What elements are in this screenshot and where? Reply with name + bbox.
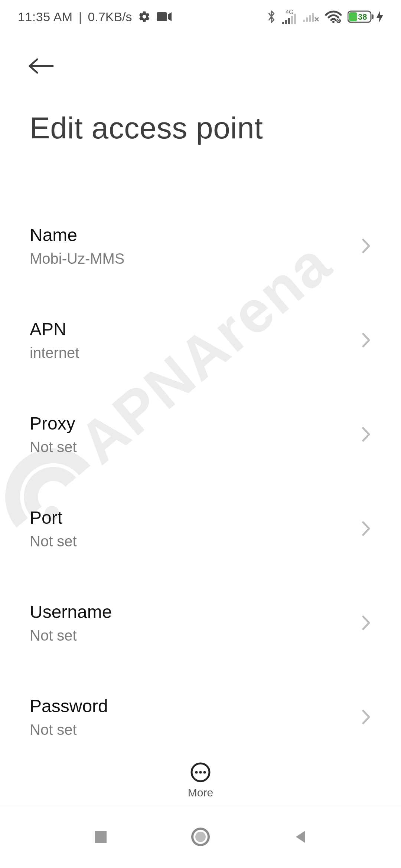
nav-home-button[interactable] [190,826,211,847]
status-time: 11:35 AM [18,10,73,24]
svg-rect-4 [291,16,293,24]
svg-point-21 [195,832,206,842]
field-value: Not set [30,627,361,644]
signal-sim2 [303,11,319,23]
svg-point-16 [195,771,198,774]
svg-rect-7 [306,17,308,22]
more-circle-icon [190,762,211,783]
status-bar: 11:35 AM | 0.7KB/s 4G [0,0,401,33]
chevron-right-icon [361,708,371,726]
field-row-proxy[interactable]: ProxyNot set [0,387,401,481]
wifi-icon [325,10,342,23]
svg-rect-19 [95,831,107,843]
nav-recents-button[interactable] [92,829,109,845]
field-label: Proxy [30,413,361,434]
svg-rect-6 [303,20,305,22]
arrow-left-icon [28,57,54,75]
charging-icon [376,10,383,23]
status-data-rate: 0.7KB/s [88,10,132,24]
battery-indicator: 38 [348,10,383,23]
field-row-port[interactable]: PortNot set [0,481,401,576]
field-label: Password [30,696,361,716]
svg-rect-1 [282,22,284,24]
gear-icon [138,10,151,23]
chevron-right-icon [361,237,371,254]
field-value: Mobi-Uz-MMS [30,250,361,267]
settings-list[interactable]: NameMobi-Uz-MMSAPNinternetProxyNot setPo… [0,199,401,760]
svg-rect-2 [285,20,287,24]
field-value: Not set [30,721,361,738]
svg-rect-9 [312,13,314,22]
field-value: Not set [30,533,361,550]
field-label: Name [30,225,361,245]
more-label: More [188,786,213,799]
svg-rect-14 [372,14,374,19]
field-row-name[interactable]: NameMobi-Uz-MMS [0,199,401,293]
bluetooth-icon [267,9,276,24]
field-label: Port [30,507,361,528]
status-separator: | [79,10,82,24]
battery-percent: 38 [358,12,367,22]
field-row-password[interactable]: PasswordNot set [0,670,401,760]
more-button[interactable]: More [188,762,213,805]
page-title: Edit access point [30,111,371,145]
chevron-right-icon [361,426,371,443]
nav-back-button[interactable] [292,829,309,845]
svg-rect-0 [157,12,167,21]
signal-sim1: 4G [282,9,297,24]
field-label: APN [30,319,361,339]
chevron-right-icon [361,614,371,631]
svg-rect-3 [288,18,290,24]
field-row-username[interactable]: UsernameNot set [0,576,401,670]
android-nav-bar [0,805,401,868]
svg-rect-13 [349,12,357,21]
field-label: Username [30,602,361,622]
chevron-right-icon [361,332,371,349]
field-row-apn[interactable]: APNinternet [0,293,401,387]
chevron-right-icon [361,520,371,537]
svg-rect-8 [309,15,311,22]
svg-rect-5 [294,14,296,24]
svg-point-18 [203,771,206,774]
field-value: Not set [30,439,361,456]
svg-point-10 [332,21,335,23]
camera-icon [157,11,172,22]
field-value: internet [30,345,361,361]
back-button[interactable] [28,44,58,88]
svg-point-17 [199,771,202,774]
